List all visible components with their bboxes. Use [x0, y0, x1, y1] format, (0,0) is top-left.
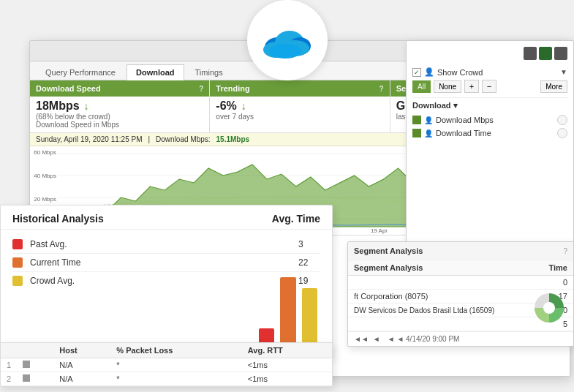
seg-row-4-name	[348, 317, 537, 331]
tab-query-performance[interactable]: Query Performance	[36, 64, 125, 80]
col-host: Host	[53, 343, 110, 358]
download-speed-title: Download Speed	[36, 84, 101, 93]
download-speed-card: Download Speed ? 18Mbps ↓ (68% below the…	[30, 80, 210, 132]
tab-download[interactable]: Download	[126, 64, 184, 80]
host-table: Host % Packet Loss Avg. RTT 1 N/A * <1ms…	[1, 343, 332, 386]
download-section-title[interactable]: Download ▾	[412, 101, 458, 110]
seg-col-time: Time	[537, 260, 573, 276]
historical-avg-title: Avg. Time	[272, 213, 320, 225]
trending-value: -6% ↓	[216, 99, 383, 113]
row-1-dot	[23, 361, 30, 368]
chart-separator: |	[148, 135, 150, 143]
right-panel-content: 👤 Show Crowd ▼ All None + − More Downloa…	[407, 61, 573, 146]
segment-panel: Segment Analysis ? Segment Analysis Time	[347, 241, 574, 347]
filter-plus-button[interactable]: +	[464, 80, 479, 93]
seg-col-name: Segment Analysis	[348, 260, 537, 276]
svg-point-12	[543, 302, 555, 314]
download-mbps-checkbox[interactable]	[412, 116, 421, 124]
row-2-icon	[17, 372, 53, 386]
pagination-back[interactable]: ◄	[373, 335, 380, 343]
download-mbps-radio[interactable]	[557, 115, 567, 125]
row-1-packet: *	[110, 358, 241, 372]
segment-header: Segment Analysis ?	[348, 242, 573, 260]
crowd-dropdown-arrow[interactable]: ▼	[560, 68, 567, 76]
download-section-header: Download ▾	[412, 101, 567, 110]
bar-past	[259, 328, 274, 343]
y-label-20: 20 Mbps	[31, 196, 56, 203]
row-2-packet: *	[110, 372, 241, 386]
row-2-rtt: <1ms	[242, 372, 332, 386]
segment-table-header: Segment Analysis Time	[348, 260, 573, 276]
grid-icons-area	[524, 47, 567, 60]
current-color-box	[12, 257, 23, 268]
down-arrow-icon: ↓	[84, 100, 89, 112]
filter-all-button[interactable]: All	[412, 80, 431, 93]
filter-minus-button[interactable]: −	[482, 80, 496, 93]
trending-card: Trending ? -6% ↓ over 7 days	[210, 80, 390, 132]
crowd-color-box	[12, 276, 23, 286]
tab-timings[interactable]: Timings	[186, 64, 233, 80]
chart-date: Sunday, April 19, 2020 11:25 PM	[36, 135, 142, 143]
x-label-19apr: 19 Apr	[371, 227, 388, 234]
divider-1	[412, 97, 567, 98]
row-1-icon	[17, 358, 53, 372]
download-speed-value: 18Mbps ↓	[36, 99, 203, 113]
pie-chart	[531, 290, 567, 326]
host-panel: Host % Packet Loss Avg. RTT 1 N/A * <1ms…	[0, 342, 333, 387]
crowd-label: Crowd Avg.	[30, 276, 298, 286]
filter-none-button[interactable]: None	[434, 80, 461, 93]
col-icon	[17, 343, 53, 358]
past-color-box	[12, 239, 23, 249]
grid-icon-2[interactable]	[539, 47, 552, 60]
segment-help-icon[interactable]: ?	[563, 247, 567, 255]
download-time-item: 👤 Download Time	[412, 127, 567, 140]
download-speed-body: 18Mbps ↓ (68% below the crowd) Download …	[30, 97, 209, 132]
show-crowd-label: Show Crowd	[437, 68, 560, 77]
chart-value: 15.1Mbps	[216, 135, 250, 143]
download-time-checkbox[interactable]	[412, 129, 421, 137]
trending-help[interactable]: ?	[379, 85, 384, 93]
download-speed-sub2: Download Speed in Mbps	[36, 121, 203, 129]
seg-row-1-name	[348, 276, 537, 290]
cloud-logo	[247, 0, 328, 80]
download-time-radio[interactable]	[557, 128, 567, 138]
download-speed-help[interactable]: ?	[199, 85, 203, 93]
download-time-label: Download Time	[436, 129, 491, 137]
trending-header: Trending ?	[210, 80, 389, 97]
cloud-icon	[262, 22, 313, 59]
show-crowd-row: 👤 Show Crowd ▼	[412, 67, 567, 77]
seg-row-1-time: 0	[537, 276, 573, 290]
current-label: Current Time	[30, 257, 298, 268]
chart-label: Download Mbps:	[156, 135, 210, 143]
pagination-text: ◄ ◄ 4/14/20 9:00 PM	[388, 335, 460, 343]
row-2-host: N/A	[53, 372, 110, 386]
seg-row-2-name: ft Corporation (8075)	[348, 290, 537, 304]
svg-point-5	[269, 44, 301, 59]
historical-header: Historical Analysis Avg. Time	[1, 206, 332, 230]
grid-icon-1[interactable]	[524, 47, 537, 60]
download-mbps-item: 👤 Download Mbps	[412, 113, 567, 127]
download-section: Download ▾ 👤 Download Mbps 👤 Download Ti…	[412, 101, 567, 140]
y-label-40: 40 Mbps	[31, 173, 56, 179]
row-2-dot	[23, 374, 30, 382]
trending-sub1: over 7 days	[216, 113, 383, 121]
download-time-person-icon: 👤	[424, 129, 433, 137]
bar-chart	[259, 248, 317, 343]
col-packet-loss: % Packet Loss	[110, 343, 241, 358]
show-crowd-checkbox[interactable]	[412, 68, 421, 77]
grid-icon-3[interactable]	[554, 47, 567, 60]
table-row: 2 N/A * <1ms	[1, 372, 332, 386]
segment-title: Segment Analysis	[354, 246, 423, 255]
pie-chart-svg	[531, 290, 567, 326]
row-1-rtt: <1ms	[242, 358, 332, 372]
col-num	[1, 343, 17, 358]
historical-title: Historical Analysis	[12, 213, 104, 225]
past-label: Past Avg.	[30, 239, 298, 249]
trending-title: Trending	[216, 84, 249, 93]
pagination-back-back[interactable]: ◄◄	[354, 335, 369, 343]
download-speed-sub1: (68% below the crowd)	[36, 113, 203, 121]
table-row: 0	[348, 276, 573, 290]
row-1-host: N/A	[53, 358, 110, 372]
filter-more-button[interactable]: More	[540, 80, 567, 93]
download-speed-header: Download Speed ?	[30, 80, 209, 97]
